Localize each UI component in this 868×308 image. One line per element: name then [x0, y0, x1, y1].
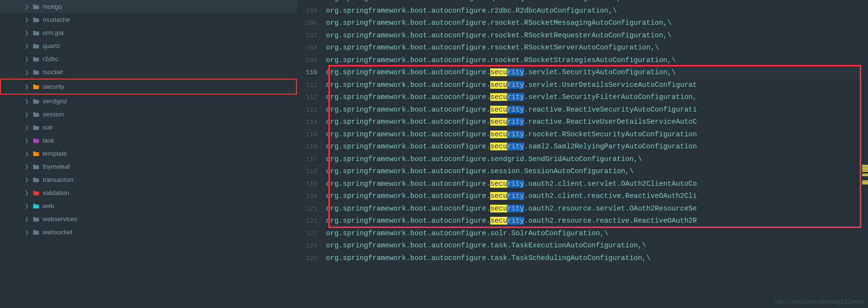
scrollbar-search-marker — [862, 171, 868, 172]
tree-folder-task[interactable]: ❯task — [0, 134, 297, 147]
tree-folder-quartz[interactable]: ❯quartz — [0, 39, 297, 52]
tree-folder-mustache[interactable]: ❯mustache — [0, 13, 297, 26]
folder-icon — [32, 69, 40, 76]
line-number: 106 — [297, 17, 317, 30]
chevron-right-icon[interactable]: ❯ — [23, 43, 30, 49]
folder-icon — [32, 3, 40, 10]
tree-item-label: orm.jpa — [43, 29, 63, 36]
code-line[interactable]: org.springframework.boot.autoconfigure.s… — [326, 165, 868, 178]
code-line[interactable]: org.springframework.boot.autoconfigure.s… — [326, 190, 868, 203]
folder-icon — [32, 30, 40, 36]
folder-icon — [32, 56, 40, 63]
scrollbar-search-marker — [862, 168, 868, 169]
tree-item-label: template — [43, 150, 67, 157]
code-line[interactable]: org.springframework.boot.autoconfigure.s… — [326, 129, 868, 141]
chevron-right-icon[interactable]: ❯ — [23, 69, 30, 75]
code-editor[interactable]: 1041051061071081091101111121131141151161… — [297, 0, 868, 308]
scrollbar[interactable] — [862, 0, 868, 308]
chevron-right-icon[interactable]: ❯ — [23, 229, 30, 235]
code-content[interactable]: org.springframework.boot.autoconfigure.q… — [326, 0, 868, 308]
code-line[interactable]: org.springframework.boot.autoconfigure.s… — [326, 79, 868, 92]
folder-icon — [32, 203, 40, 210]
tree-folder-mongo[interactable]: ❯mongo — [0, 0, 297, 13]
search-highlight-partial: rity — [507, 205, 524, 212]
code-line[interactable]: org.springframework.boot.autoconfigure.s… — [326, 203, 868, 215]
tree-item-label: web — [43, 202, 54, 210]
code-line[interactable]: org.springframework.boot.autoconfigure.s… — [326, 66, 868, 79]
search-highlight: secu — [490, 81, 507, 89]
code-line[interactable]: org.springframework.boot.autoconfigure.r… — [326, 42, 868, 54]
code-line[interactable]: org.springframework.boot.autoconfigure.s… — [326, 227, 868, 240]
search-highlight-partial: rity — [507, 68, 524, 76]
line-number: 112 — [297, 91, 317, 104]
chevron-right-icon[interactable]: ❯ — [23, 190, 30, 195]
line-number: 117 — [297, 153, 317, 166]
search-highlight-partial: rity — [507, 118, 524, 126]
code-line[interactable]: org.springframework.boot.autoconfigure.r… — [326, 30, 868, 42]
line-number: 113 — [297, 104, 317, 116]
line-number: 114 — [297, 116, 317, 129]
tree-folder-template[interactable]: ❯template — [0, 147, 297, 160]
chevron-right-icon[interactable]: ❯ — [23, 112, 30, 117]
chevron-right-icon[interactable]: ❯ — [23, 125, 30, 130]
line-number: 110 — [297, 66, 317, 79]
line-number: 118 — [297, 165, 317, 178]
tree-folder-session[interactable]: ❯session — [0, 108, 297, 121]
tree-item-label: mustache — [43, 16, 70, 23]
code-line[interactable]: org.springframework.boot.autoconfigure.r… — [326, 5, 868, 17]
tree-folder-security[interactable]: ❯security — [0, 79, 297, 95]
code-line[interactable]: org.springframework.boot.autoconfigure.s… — [326, 141, 868, 153]
tree-item-label: websocket — [43, 228, 72, 236]
code-line[interactable]: org.springframework.boot.autoconfigure.s… — [326, 91, 868, 104]
line-number: 116 — [297, 141, 317, 153]
chevron-right-icon[interactable]: ❯ — [23, 84, 30, 89]
tree-folder-solr[interactable]: ❯solr — [0, 121, 297, 134]
chevron-right-icon[interactable]: ❯ — [23, 4, 30, 9]
folder-icon — [32, 16, 40, 23]
code-line[interactable]: org.springframework.boot.autoconfigure.s… — [326, 116, 868, 129]
line-number: 119 — [297, 178, 317, 191]
chevron-right-icon[interactable]: ❯ — [23, 56, 30, 62]
line-number: 121 — [297, 203, 317, 215]
tree-folder-r2dbc[interactable]: ❯r2dbc — [0, 52, 297, 65]
scrollbar-search-marker — [862, 166, 868, 167]
chevron-right-icon[interactable]: ❯ — [23, 98, 30, 104]
chevron-right-icon[interactable]: ❯ — [23, 203, 30, 209]
tree-folder-web[interactable]: ❯web — [0, 199, 297, 212]
chevron-right-icon[interactable]: ❯ — [23, 30, 30, 35]
code-line[interactable]: org.springframework.boot.autoconfigure.r… — [326, 17, 868, 30]
scrollbar-search-marker — [862, 183, 868, 184]
code-line[interactable]: org.springframework.boot.autoconfigure.q… — [326, 0, 868, 5]
tree-folder-sendgrid[interactable]: ❯sendgrid — [0, 95, 297, 108]
code-line[interactable]: org.springframework.boot.autoconfigure.s… — [326, 215, 868, 227]
line-number: 115 — [297, 129, 317, 141]
chevron-right-icon[interactable]: ❯ — [23, 138, 30, 143]
scrollbar-search-marker — [862, 165, 868, 166]
chevron-right-icon[interactable]: ❯ — [23, 164, 30, 169]
file-tree-sidebar[interactable]: ❯mongo❯mustache❯orm.jpa❯quartz❯r2dbc❯rso… — [0, 0, 297, 308]
line-number: 120 — [297, 190, 317, 203]
chevron-right-icon[interactable]: ❯ — [23, 177, 30, 182]
code-line[interactable]: org.springframework.boot.autoconfigure.s… — [326, 153, 868, 166]
line-number: 108 — [297, 42, 317, 54]
tree-item-label: validation — [43, 189, 69, 196]
tree-folder-thymeleaf[interactable]: ❯thymeleaf — [0, 160, 297, 173]
code-line[interactable]: org.springframework.boot.autoconfigure.t… — [326, 240, 868, 252]
tree-folder-validation[interactable]: ❯validation — [0, 186, 297, 199]
search-highlight: secu — [490, 68, 507, 76]
code-line[interactable]: org.springframework.boot.autoconfigure.r… — [326, 54, 868, 67]
chevron-right-icon[interactable]: ❯ — [23, 151, 30, 156]
tree-folder-orm-jpa[interactable]: ❯orm.jpa — [0, 26, 297, 39]
line-number: 125 — [297, 252, 317, 265]
tree-item-label: mongo — [43, 3, 62, 10]
tree-folder-websocket[interactable]: ❯websocket — [0, 226, 297, 239]
chevron-right-icon[interactable]: ❯ — [23, 216, 30, 222]
code-line[interactable]: org.springframework.boot.autoconfigure.s… — [326, 104, 868, 116]
search-highlight-partial: rity — [507, 180, 524, 188]
chevron-right-icon[interactable]: ❯ — [23, 17, 30, 22]
tree-folder-webservices[interactable]: ❯webservices — [0, 212, 297, 226]
code-line[interactable]: org.springframework.boot.autoconfigure.s… — [326, 178, 868, 191]
tree-folder-transaction[interactable]: ❯transaction — [0, 173, 297, 186]
tree-folder-rsocket[interactable]: ❯rsocket — [0, 65, 297, 79]
code-line[interactable]: org.springframework.boot.autoconfigure.t… — [326, 252, 868, 265]
